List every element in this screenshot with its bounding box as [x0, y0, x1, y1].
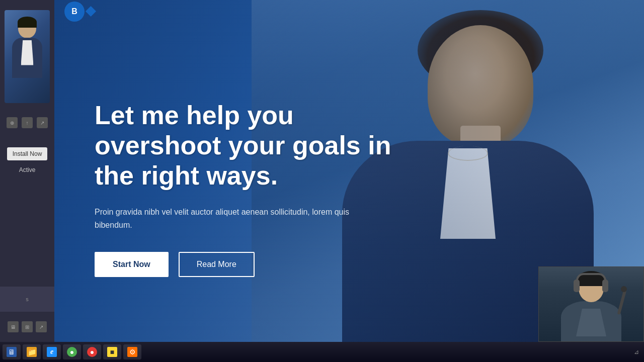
taskbar-green-icon: ● — [67, 347, 77, 357]
panel-icon-grid[interactable]: ⊞ — [22, 321, 33, 332]
taskbar-orange-app[interactable]: ⚙ — [123, 344, 141, 359]
taskbar-red-app[interactable]: ● — [83, 344, 101, 359]
sidebar: ⊕ ↑ ↗ Install Now Active 🖥 ⊞ ↗ s — [0, 0, 54, 362]
hero-title: Let me help you overshoot your goals in … — [95, 101, 396, 191]
taskbar-time: ⊿ — [634, 348, 639, 355]
sidebar-label-bottom: s — [0, 287, 54, 312]
icon-1: ⊕ — [7, 117, 18, 128]
icon-2: ↑ — [22, 117, 33, 128]
install-now-button[interactable]: Install Now — [7, 147, 47, 160]
webcam-person — [539, 267, 643, 341]
sidebar-icons-row: ⊕ ↑ ↗ — [3, 113, 52, 132]
taskbar-start-button[interactable]: 🖥 — [3, 344, 21, 359]
avatar — [5, 10, 50, 103]
taskbar-yellow-app[interactable]: ■ — [103, 344, 121, 359]
hero-buttons: Start Now Read More — [95, 252, 396, 277]
taskbar-file-explorer[interactable]: 📁 — [23, 344, 41, 359]
taskbar-ie-button[interactable]: e — [43, 344, 61, 359]
taskbar-yellow-icon: ■ — [107, 347, 117, 357]
icon-3: ↗ — [37, 117, 48, 128]
hero-subtitle: Proin gravida nibh vel velit auctor aliq… — [95, 206, 356, 231]
taskbar-folder-icon: 📁 — [27, 347, 37, 357]
hero-content: Let me help you overshoot your goals in … — [95, 101, 396, 277]
sidebar-action-buttons: Install Now Active — [7, 147, 47, 175]
sidebar-bottom-text: s — [26, 296, 29, 302]
active-button[interactable]: Active — [7, 164, 47, 175]
sidebar-bottom-panel: 🖥 ⊞ ↗ — [0, 312, 54, 342]
panel-icon-monitor[interactable]: 🖥 — [8, 321, 19, 332]
taskbar-monitor-icon: 🖥 — [7, 347, 17, 357]
taskbar: 🖥 📁 e ● ● ■ ⚙ ⊿ — [0, 342, 644, 362]
nav-bar: B — [54, 0, 644, 23]
webcam-overlay — [538, 266, 644, 342]
taskbar-red-icon: ● — [87, 347, 97, 357]
taskbar-orange-icon: ⚙ — [127, 347, 137, 357]
nav-logo-diamond — [86, 6, 96, 17]
nav-logo: B — [64, 2, 85, 22]
panel-icon-share[interactable]: ↗ — [36, 321, 47, 332]
start-now-button[interactable]: Start Now — [95, 252, 169, 277]
taskbar-green-app[interactable]: ● — [63, 344, 81, 359]
avatar-image — [5, 10, 50, 103]
read-more-button[interactable]: Read More — [179, 252, 255, 277]
taskbar-ie-icon: e — [47, 347, 57, 357]
